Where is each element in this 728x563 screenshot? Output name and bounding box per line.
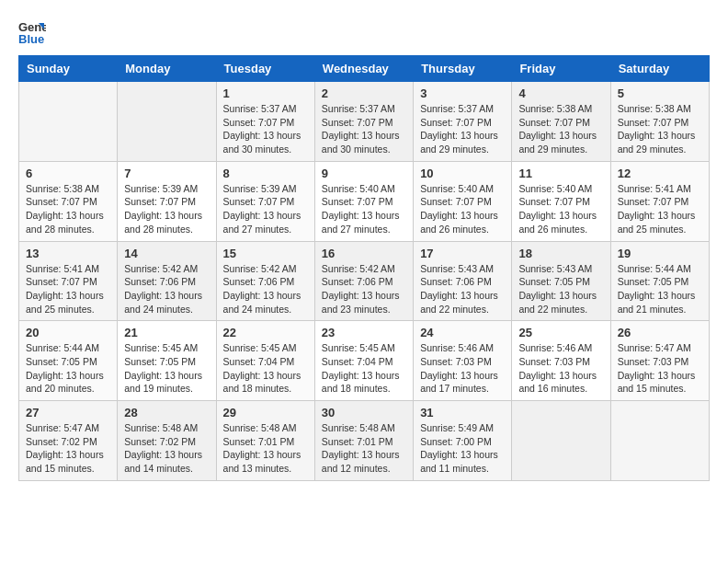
- day-info: Sunrise: 5:37 AM Sunset: 7:07 PM Dayligh…: [420, 102, 505, 156]
- day-number: 12: [618, 167, 702, 180]
- day-info: Sunrise: 5:37 AM Sunset: 7:07 PM Dayligh…: [322, 102, 406, 156]
- day-number: 27: [26, 406, 110, 419]
- calendar-cell: 24Sunrise: 5:46 AM Sunset: 7:03 PM Dayli…: [414, 321, 512, 401]
- calendar-cell: 4Sunrise: 5:38 AM Sunset: 7:07 PM Daylig…: [512, 82, 610, 162]
- calendar-cell: 22Sunrise: 5:45 AM Sunset: 7:04 PM Dayli…: [216, 321, 314, 401]
- day-info: Sunrise: 5:49 AM Sunset: 7:00 PM Dayligh…: [420, 421, 505, 476]
- svg-text:Blue: Blue: [18, 32, 44, 46]
- day-number: 6: [26, 167, 110, 180]
- calendar-cell: 6Sunrise: 5:38 AM Sunset: 7:07 PM Daylig…: [19, 161, 118, 241]
- calendar-cell: 25Sunrise: 5:46 AM Sunset: 7:03 PM Dayli…: [512, 321, 610, 401]
- weekday-header-saturday: Saturday: [610, 56, 709, 82]
- day-number: 17: [420, 247, 505, 260]
- calendar-cell: 11Sunrise: 5:40 AM Sunset: 7:07 PM Dayli…: [512, 161, 610, 241]
- day-info: Sunrise: 5:43 AM Sunset: 7:06 PM Dayligh…: [420, 262, 505, 316]
- calendar-week-row: 6Sunrise: 5:38 AM Sunset: 7:07 PM Daylig…: [19, 161, 710, 241]
- calendar-week-row: 27Sunrise: 5:47 AM Sunset: 7:02 PM Dayli…: [19, 401, 710, 481]
- day-info: Sunrise: 5:38 AM Sunset: 7:07 PM Dayligh…: [518, 102, 603, 156]
- calendar-table: SundayMondayTuesdayWednesdayThursdayFrid…: [18, 55, 710, 481]
- calendar-cell: [512, 401, 610, 481]
- day-number: 24: [420, 326, 505, 339]
- day-number: 30: [322, 406, 406, 419]
- day-info: Sunrise: 5:44 AM Sunset: 7:05 PM Dayligh…: [618, 262, 702, 316]
- day-info: Sunrise: 5:41 AM Sunset: 7:07 PM Dayligh…: [26, 262, 110, 316]
- day-number: 21: [124, 326, 209, 339]
- day-info: Sunrise: 5:41 AM Sunset: 7:07 PM Dayligh…: [618, 182, 702, 236]
- day-number: 1: [223, 86, 308, 100]
- calendar-cell: 26Sunrise: 5:47 AM Sunset: 7:03 PM Dayli…: [610, 321, 709, 401]
- day-info: Sunrise: 5:45 AM Sunset: 7:05 PM Dayligh…: [124, 341, 209, 396]
- day-number: 26: [618, 326, 702, 339]
- day-number: 5: [618, 86, 702, 100]
- day-number: 9: [322, 167, 406, 180]
- calendar-cell: 7Sunrise: 5:39 AM Sunset: 7:07 PM Daylig…: [118, 161, 216, 241]
- weekday-header-tuesday: Tuesday: [216, 56, 314, 82]
- day-info: Sunrise: 5:42 AM Sunset: 7:06 PM Dayligh…: [124, 262, 209, 316]
- logo-icon: General Blue: [18, 18, 46, 46]
- calendar-cell: 17Sunrise: 5:43 AM Sunset: 7:06 PM Dayli…: [414, 241, 512, 321]
- calendar-cell: 29Sunrise: 5:48 AM Sunset: 7:01 PM Dayli…: [216, 401, 314, 481]
- day-info: Sunrise: 5:48 AM Sunset: 7:01 PM Dayligh…: [223, 421, 308, 476]
- calendar-cell: [610, 401, 709, 481]
- day-info: Sunrise: 5:44 AM Sunset: 7:05 PM Dayligh…: [26, 341, 110, 396]
- day-number: 25: [518, 326, 603, 339]
- day-info: Sunrise: 5:43 AM Sunset: 7:05 PM Dayligh…: [518, 262, 603, 316]
- calendar-week-row: 13Sunrise: 5:41 AM Sunset: 7:07 PM Dayli…: [19, 241, 710, 321]
- day-number: 3: [420, 86, 505, 100]
- calendar-cell: 31Sunrise: 5:49 AM Sunset: 7:00 PM Dayli…: [414, 401, 512, 481]
- day-info: Sunrise: 5:38 AM Sunset: 7:07 PM Dayligh…: [618, 102, 702, 156]
- calendar-cell: 21Sunrise: 5:45 AM Sunset: 7:05 PM Dayli…: [118, 321, 216, 401]
- day-number: 2: [322, 86, 406, 100]
- day-info: Sunrise: 5:45 AM Sunset: 7:04 PM Dayligh…: [322, 341, 406, 396]
- day-number: 19: [618, 247, 702, 260]
- day-info: Sunrise: 5:45 AM Sunset: 7:04 PM Dayligh…: [223, 341, 308, 396]
- day-number: 28: [124, 406, 209, 419]
- day-number: 22: [223, 326, 308, 339]
- calendar-cell: 14Sunrise: 5:42 AM Sunset: 7:06 PM Dayli…: [118, 241, 216, 321]
- day-info: Sunrise: 5:38 AM Sunset: 7:07 PM Dayligh…: [26, 182, 110, 236]
- day-info: Sunrise: 5:42 AM Sunset: 7:06 PM Dayligh…: [322, 262, 406, 316]
- day-info: Sunrise: 5:40 AM Sunset: 7:07 PM Dayligh…: [518, 182, 603, 236]
- weekday-header-friday: Friday: [512, 56, 610, 82]
- day-number: 7: [124, 167, 209, 180]
- weekday-header-monday: Monday: [118, 56, 216, 82]
- day-number: 4: [518, 86, 603, 100]
- day-number: 15: [223, 247, 308, 260]
- calendar-week-row: 20Sunrise: 5:44 AM Sunset: 7:05 PM Dayli…: [19, 321, 710, 401]
- day-number: 8: [223, 167, 308, 180]
- day-info: Sunrise: 5:37 AM Sunset: 7:07 PM Dayligh…: [223, 102, 308, 156]
- calendar-cell: 15Sunrise: 5:42 AM Sunset: 7:06 PM Dayli…: [216, 241, 314, 321]
- logo: General Blue: [18, 18, 50, 46]
- day-info: Sunrise: 5:47 AM Sunset: 7:02 PM Dayligh…: [26, 421, 110, 476]
- day-number: 10: [420, 167, 505, 180]
- day-number: 11: [518, 167, 603, 180]
- day-info: Sunrise: 5:40 AM Sunset: 7:07 PM Dayligh…: [322, 182, 406, 236]
- weekday-header-row: SundayMondayTuesdayWednesdayThursdayFrid…: [19, 56, 710, 82]
- calendar-cell: 30Sunrise: 5:48 AM Sunset: 7:01 PM Dayli…: [314, 401, 413, 481]
- day-info: Sunrise: 5:39 AM Sunset: 7:07 PM Dayligh…: [124, 182, 209, 236]
- day-number: 18: [518, 247, 603, 260]
- day-number: 20: [26, 326, 110, 339]
- calendar-cell: 3Sunrise: 5:37 AM Sunset: 7:07 PM Daylig…: [414, 82, 512, 162]
- calendar-cell: 19Sunrise: 5:44 AM Sunset: 7:05 PM Dayli…: [610, 241, 709, 321]
- calendar-cell: 1Sunrise: 5:37 AM Sunset: 7:07 PM Daylig…: [216, 82, 314, 162]
- weekday-header-thursday: Thursday: [414, 56, 512, 82]
- calendar-cell: [19, 82, 118, 162]
- calendar-cell: 18Sunrise: 5:43 AM Sunset: 7:05 PM Dayli…: [512, 241, 610, 321]
- day-number: 16: [322, 247, 406, 260]
- calendar-cell: 2Sunrise: 5:37 AM Sunset: 7:07 PM Daylig…: [314, 82, 413, 162]
- calendar-cell: 13Sunrise: 5:41 AM Sunset: 7:07 PM Dayli…: [19, 241, 118, 321]
- day-info: Sunrise: 5:42 AM Sunset: 7:06 PM Dayligh…: [223, 262, 308, 316]
- weekday-header-sunday: Sunday: [19, 56, 118, 82]
- day-info: Sunrise: 5:46 AM Sunset: 7:03 PM Dayligh…: [420, 341, 505, 396]
- day-info: Sunrise: 5:39 AM Sunset: 7:07 PM Dayligh…: [223, 182, 308, 236]
- day-number: 13: [26, 247, 110, 260]
- calendar-cell: 5Sunrise: 5:38 AM Sunset: 7:07 PM Daylig…: [610, 82, 709, 162]
- day-info: Sunrise: 5:46 AM Sunset: 7:03 PM Dayligh…: [518, 341, 603, 396]
- calendar-cell: 27Sunrise: 5:47 AM Sunset: 7:02 PM Dayli…: [19, 401, 118, 481]
- calendar-cell: 8Sunrise: 5:39 AM Sunset: 7:07 PM Daylig…: [216, 161, 314, 241]
- calendar-cell: 9Sunrise: 5:40 AM Sunset: 7:07 PM Daylig…: [314, 161, 413, 241]
- calendar-cell: 20Sunrise: 5:44 AM Sunset: 7:05 PM Dayli…: [19, 321, 118, 401]
- calendar-cell: 23Sunrise: 5:45 AM Sunset: 7:04 PM Dayli…: [314, 321, 413, 401]
- page-header: General Blue: [18, 18, 710, 46]
